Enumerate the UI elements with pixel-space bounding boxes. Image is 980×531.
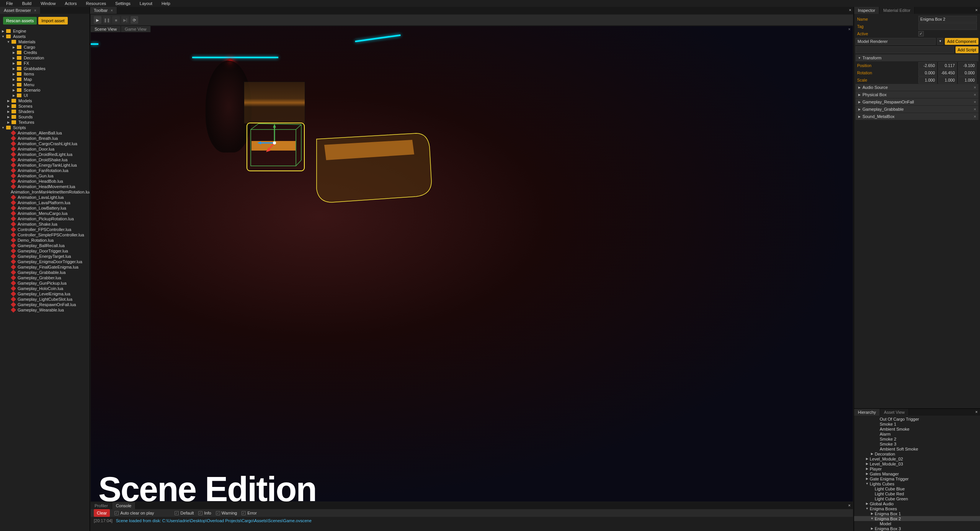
folder-map[interactable]: ▶Map: [0, 77, 90, 82]
script-file[interactable]: Animation_LowBattery.lua: [0, 205, 90, 211]
hierarchy-item[interactable]: ▶Level_Module_03: [854, 461, 980, 466]
script-file[interactable]: Animation_LavaPlatform.lua: [0, 200, 90, 205]
tab-profiler[interactable]: Profiler: [91, 502, 112, 509]
script-file[interactable]: Gameplay_LevelEnigma.lua: [0, 291, 90, 297]
filter-default[interactable]: ✓Default: [175, 511, 194, 515]
script-file[interactable]: Gameplay_EnergyTarget.lua: [0, 254, 90, 259]
tab-scene-view[interactable]: Scene View: [91, 26, 121, 32]
dropdown-icon[interactable]: ▼: [937, 38, 943, 45]
hierarchy-item[interactable]: ▼Enigma Boxes: [854, 506, 980, 511]
folder-cargo[interactable]: ▶Cargo: [0, 44, 90, 50]
pos-y[interactable]: [938, 62, 957, 69]
hierarchy-item[interactable]: Ambient Smoke: [854, 426, 980, 431]
component-sound-metalbox[interactable]: ▶Sound_MetalBox×: [856, 113, 978, 120]
hierarchy-item[interactable]: ▶Gates Manager: [854, 471, 980, 476]
script-file[interactable]: Gameplay_GunPickup.lua: [0, 280, 90, 286]
hierarchy-item[interactable]: ▶Gate Enigma Trigger: [854, 476, 980, 481]
add-component-button[interactable]: Add Component: [945, 38, 978, 45]
add-script-button[interactable]: Add Script: [956, 46, 978, 53]
pos-x[interactable]: [918, 62, 937, 69]
tab-material-editor[interactable]: Material Editor: [879, 7, 915, 14]
refresh-button[interactable]: ⟳: [131, 16, 138, 24]
filter-info[interactable]: ✓Info: [198, 511, 211, 515]
script-file[interactable]: Animation_MenuCargo.lua: [0, 211, 90, 216]
pause-button[interactable]: ❚❚: [103, 16, 111, 24]
folder-scenes[interactable]: ▶Scenes: [0, 103, 90, 109]
tab-asset-view[interactable]: Asset View: [880, 409, 909, 416]
script-file[interactable]: Gameplay_HoloCoin.lua: [0, 286, 90, 291]
tab-asset-browser[interactable]: Asset Browser ×: [0, 7, 41, 14]
script-file[interactable]: Animation_HeadBob.lua: [0, 179, 90, 184]
component-select[interactable]: Model Renderer: [856, 38, 936, 45]
hierarchy-item[interactable]: ▼Enigma Box 2: [854, 516, 980, 521]
menu-actors[interactable]: Actors: [60, 0, 81, 7]
script-file[interactable]: Gameplay_FinalGateEnigma.lua: [0, 264, 90, 270]
script-file[interactable]: Gameplay_LightCubeSlot.lua: [0, 297, 90, 302]
hierarchy-item[interactable]: Smoke 1: [854, 421, 980, 426]
close-icon[interactable]: ×: [973, 7, 980, 14]
tab-console[interactable]: Console: [112, 502, 136, 509]
script-file[interactable]: Animation_PickupRotation.lua: [0, 216, 90, 221]
folder-ui[interactable]: ▶UI: [0, 93, 90, 98]
close-icon[interactable]: ×: [111, 8, 113, 13]
menu-settings[interactable]: Settings: [111, 0, 135, 7]
script-file[interactable]: Animation_FanRotation.lua: [0, 168, 90, 173]
script-file[interactable]: Gameplay_Grabber.lua: [0, 275, 90, 280]
script-file[interactable]: Animation_EnergyTankLight.lua: [0, 162, 90, 168]
component-physical-box[interactable]: ▶Physical Box×: [856, 91, 978, 98]
rescan-assets-button[interactable]: Rescan assets: [3, 17, 37, 25]
folder-decoration[interactable]: ▶Decoration: [0, 55, 90, 61]
transform-header[interactable]: ▼Transform: [856, 54, 978, 61]
folder-shaders[interactable]: ▶Shaders: [0, 109, 90, 114]
script-select[interactable]: [856, 46, 954, 53]
hierarchy-tree[interactable]: Out Of Cargo TriggerSmoke 1Ambient Smoke…: [854, 416, 980, 531]
hierarchy-item[interactable]: Light Cube Red: [854, 491, 980, 496]
hierarchy-item[interactable]: Light Cube Blue: [854, 486, 980, 491]
rot-z[interactable]: [958, 69, 977, 76]
tab-game-view[interactable]: Game View: [121, 26, 151, 32]
script-file[interactable]: Animation_LavaLight.lua: [0, 195, 90, 200]
menu-file[interactable]: File: [2, 0, 18, 7]
remove-icon[interactable]: ×: [974, 85, 976, 90]
tab-toolbar[interactable]: Toolbar ×: [90, 7, 117, 14]
play-button[interactable]: ▶: [94, 16, 101, 24]
script-file[interactable]: Animation_DroidShake.lua: [0, 157, 90, 162]
script-file[interactable]: Animation_HeadMovement.lua: [0, 184, 90, 189]
script-file[interactable]: Demo_Rotation.lua: [0, 238, 90, 243]
tab-inspector[interactable]: Inspector: [854, 7, 879, 14]
hierarchy-item[interactable]: ▶Player: [854, 466, 980, 471]
name-input[interactable]: [918, 16, 977, 23]
script-file[interactable]: Animation_AlienBall.lua: [0, 130, 90, 136]
folder-assets[interactable]: ▼Assets: [0, 34, 90, 39]
hierarchy-item[interactable]: Alarm: [854, 431, 980, 436]
step-button[interactable]: ▶|: [121, 16, 129, 24]
folder-scenario[interactable]: ▶Scenario: [0, 87, 90, 93]
hierarchy-item[interactable]: ▶Enigma Box 3: [854, 526, 980, 531]
hierarchy-item[interactable]: ▼Lights Cubes: [854, 481, 980, 486]
hierarchy-item[interactable]: Ambient Soft Smoke: [854, 446, 980, 451]
remove-icon[interactable]: ×: [974, 92, 976, 97]
auto-clear-checkbox[interactable]: ✓Auto clear on play: [114, 511, 154, 515]
script-file[interactable]: Gameplay_RespawnOnFall.lua: [0, 302, 90, 307]
folder-items[interactable]: ▶Items: [0, 71, 90, 77]
menu-help[interactable]: Help: [157, 0, 175, 7]
close-icon[interactable]: ×: [973, 409, 980, 416]
folder-models[interactable]: ▶Models: [0, 98, 90, 103]
menu-window[interactable]: Window: [36, 0, 60, 7]
script-file[interactable]: Animation_Door.lua: [0, 146, 90, 152]
close-icon[interactable]: ×: [847, 7, 854, 14]
remove-icon[interactable]: ×: [974, 100, 976, 104]
hierarchy-item[interactable]: ▶Decoration: [854, 451, 980, 456]
component-gameplay-grabbable[interactable]: ▶Gameplay_Grabbable×: [856, 106, 978, 113]
script-file[interactable]: Animation_Shake.lua: [0, 221, 90, 227]
menu-resources[interactable]: Resources: [82, 0, 111, 7]
script-file[interactable]: Gameplay_EnigmaDoorTrigger.lua: [0, 259, 90, 264]
component-gameplay-respawnonfall[interactable]: ▶Gameplay_RespawnOnFall×: [856, 98, 978, 105]
menu-build[interactable]: Build: [18, 0, 36, 7]
folder-textures[interactable]: ▶Textures: [0, 120, 90, 125]
folder-menu[interactable]: ▶Menu: [0, 82, 90, 87]
import-asset-button[interactable]: Import asset: [38, 17, 68, 25]
script-file[interactable]: Controller_SimpleFPSController.lua: [0, 232, 90, 238]
scale-y[interactable]: [938, 77, 957, 84]
close-icon[interactable]: ×: [846, 502, 853, 509]
